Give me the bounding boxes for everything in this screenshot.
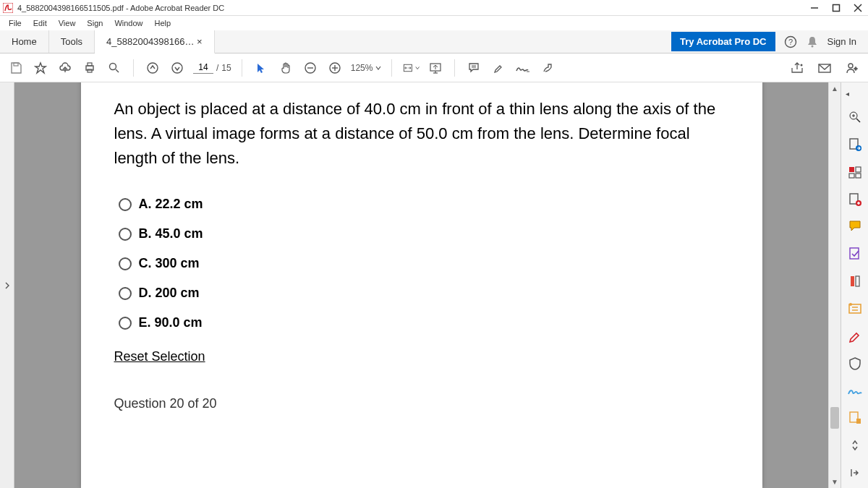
svg-rect-41 [849,167,854,172]
zoom-in-icon[interactable] [326,59,344,77]
title-bar: 4_5882004398166511505.pdf - Adobe Acroba… [0,0,868,16]
help-icon[interactable]: ? [784,35,797,48]
scroll-thumb[interactable] [830,407,839,429]
edit-pdf-icon[interactable] [847,192,863,207]
page-total: 15 [221,63,231,73]
left-nav-collapsed[interactable] [0,82,14,488]
protect-tool-icon[interactable] [847,356,863,372]
svg-line-36 [856,119,860,122]
sign-icon[interactable] [514,59,532,77]
tab-tools[interactable]: Tools [49,30,95,53]
email-icon[interactable] [816,59,833,77]
collapse-tool-arrow[interactable]: ◂ [846,90,849,98]
compress-icon[interactable] [847,328,863,344]
svg-rect-51 [856,276,859,286]
notifications-icon[interactable] [806,35,819,48]
read-mode-icon[interactable] [427,59,444,77]
chevron-down-icon [375,65,381,71]
minimize-button[interactable] [810,4,819,12]
vertical-scrollbar[interactable]: ▲ ▼ [828,82,841,488]
page-number-input[interactable] [193,61,213,74]
page-up-icon[interactable] [144,59,161,77]
menu-window[interactable]: Window [109,17,148,29]
question-text: An object is placed at a distance of 40.… [114,97,729,171]
svg-rect-55 [856,419,861,424]
signature-tool-icon[interactable] [847,383,863,399]
pdf-page: An object is placed at a distance of 40.… [81,82,762,488]
comment-icon[interactable] [465,59,482,77]
svg-point-53 [849,303,852,306]
radio-icon[interactable] [119,228,132,241]
more-tools-icon[interactable] [847,273,863,289]
people-icon[interactable] [843,59,861,77]
svg-line-14 [116,69,119,72]
cloud-icon[interactable] [56,59,74,77]
window-title: 4_5882004398166511505.pdf - Adobe Acroba… [17,4,224,12]
stamp-icon[interactable] [539,59,556,77]
page-down-icon[interactable] [169,59,186,77]
svg-rect-49 [850,248,859,259]
comment-tool-icon[interactable] [847,218,863,234]
document-viewport[interactable]: An object is placed at a distance of 40.… [14,82,828,488]
radio-icon[interactable] [119,257,132,270]
find-icon[interactable] [106,59,123,77]
svg-rect-8 [14,63,18,66]
option-c[interactable]: C. 300 cm [119,256,729,271]
convert-tool-icon[interactable] [847,410,863,426]
svg-point-29 [801,64,803,66]
svg-point-13 [110,63,116,69]
share-icon[interactable] [788,59,806,77]
sign-in-link[interactable]: Sign In [827,36,856,47]
collapse-pane-icon[interactable] [847,465,863,481]
svg-rect-43 [849,174,854,178]
page-indicator: / 15 [193,61,231,74]
updown-icon[interactable] [847,437,863,453]
zoom-out-icon[interactable] [302,59,319,77]
tools-pane: ◂ [841,82,868,488]
maximize-button[interactable] [832,4,841,12]
menu-bar: File Edit View Sign Window Help [0,16,868,30]
export-pdf-icon[interactable] [847,137,863,153]
hand-tool-icon[interactable] [277,59,294,77]
try-acrobat-pro-button[interactable]: Try Acrobat Pro DC [671,32,775,51]
tab-document[interactable]: 4_5882004398166… × [95,30,215,53]
selection-tool-icon[interactable] [252,59,270,77]
fill-sign-tool-icon[interactable] [847,246,863,262]
star-icon[interactable] [32,59,49,77]
close-button[interactable] [854,4,862,12]
radio-icon[interactable] [119,198,132,211]
menu-edit[interactable]: Edit [27,17,53,29]
save-icon[interactable] [7,59,25,77]
radio-icon[interactable] [119,287,132,300]
chevron-right-icon [4,282,10,289]
svg-text:?: ? [788,38,792,46]
menu-sign[interactable]: Sign [81,17,109,29]
print-icon[interactable] [81,59,98,77]
svg-rect-11 [88,63,92,66]
option-d[interactable]: D. 200 cm [119,286,729,301]
scroll-up-icon[interactable]: ▲ [829,82,841,95]
svg-point-16 [172,63,182,73]
option-e[interactable]: E. 90.0 cm [119,315,729,330]
fit-width-icon[interactable] [402,59,420,77]
scroll-track[interactable] [829,95,841,476]
svg-rect-42 [856,167,861,172]
svg-rect-44 [856,174,861,178]
zoom-level[interactable]: 125% [351,63,382,73]
tab-home[interactable]: Home [0,30,49,53]
question-number: Question 20 of 20 [114,396,729,411]
tab-bar: Home Tools 4_5882004398166… × Try Acroba… [0,30,868,53]
menu-help[interactable]: Help [149,17,177,29]
create-pdf-icon[interactable] [847,164,863,180]
svg-point-15 [148,63,158,73]
search-tool-icon[interactable] [847,109,863,125]
scroll-down-icon[interactable]: ▼ [829,476,841,488]
organize-icon[interactable] [847,301,863,317]
menu-file[interactable]: File [3,17,27,29]
menu-view[interactable]: View [53,17,82,29]
option-a[interactable]: A. 22.2 cm [119,197,729,212]
option-b[interactable]: B. 45.0 cm [119,226,729,241]
radio-icon[interactable] [119,317,132,330]
reset-selection-link[interactable]: Reset Selection [114,349,205,364]
highlight-icon[interactable] [490,59,507,77]
